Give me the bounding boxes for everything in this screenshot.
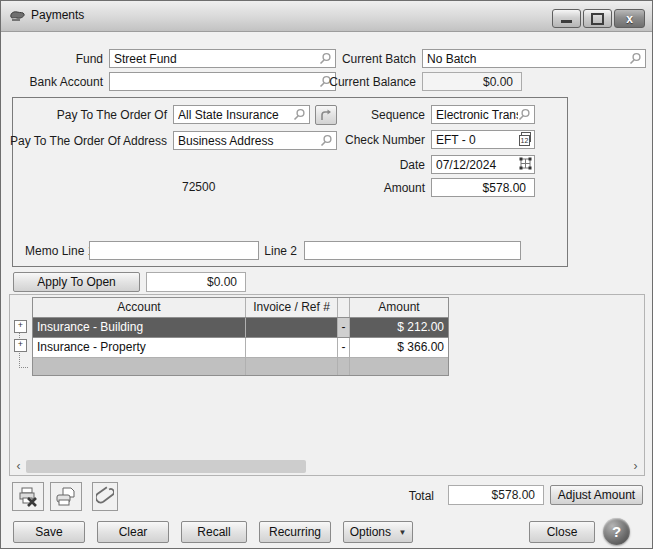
close-icon: x <box>615 10 644 27</box>
grid-header-amount[interactable]: Amount <box>350 298 448 317</box>
cell-invoice[interactable] <box>246 338 338 357</box>
bank-account-field-wrap <box>109 72 336 91</box>
memo-line2-wrap <box>304 241 521 260</box>
memo-line1-label: Memo Line 1 <box>25 244 94 258</box>
title-bar[interactable]: Payments x <box>1 1 652 32</box>
memo-line2-label: Line 2 <box>264 244 297 258</box>
table-row[interactable]: Insurance - Property - $ 366.00 <box>33 338 448 358</box>
help-button[interactable]: ? <box>603 518 630 545</box>
fund-field-wrap <box>109 49 336 68</box>
recurring-button[interactable]: Recurring <box>259 521 331 543</box>
pay-to-label: Pay To The Order Of <box>57 108 167 122</box>
bank-account-input[interactable] <box>109 72 336 91</box>
clear-button[interactable]: Clear <box>97 521 169 543</box>
payments-window-icon <box>9 8 26 24</box>
account-code-text: 72500 <box>182 180 215 194</box>
close-window-button[interactable]: x <box>614 9 645 28</box>
options-button-label: Options <box>350 525 391 539</box>
current-batch-search-icon[interactable] <box>629 52 642 65</box>
minimize-icon <box>553 10 580 27</box>
expand-row-2-button[interactable]: + <box>14 339 27 352</box>
cell-invoice[interactable] <box>246 318 338 337</box>
jump-arrow-icon <box>319 109 333 122</box>
grid-header-spacer <box>338 298 350 317</box>
grid-header-account[interactable]: Account <box>33 298 246 317</box>
date-label: Date <box>400 158 425 172</box>
fund-search-icon[interactable] <box>319 52 332 65</box>
pay-to-address-label: Pay To The Order Of Address <box>10 134 167 148</box>
pay-to-address-input[interactable] <box>173 131 337 150</box>
grid-header-row: Account Invoice / Ref # Amount <box>33 298 448 318</box>
printer-x-icon <box>17 487 39 507</box>
amount-input[interactable] <box>431 178 535 197</box>
date-field-wrap <box>431 155 535 174</box>
current-balance-label: Current Balance <box>329 75 416 89</box>
horizontal-scrollbar[interactable]: ‹ › <box>12 460 642 473</box>
maximize-icon <box>584 10 611 27</box>
memo-line2-input[interactable] <box>304 241 521 260</box>
table-row-empty[interactable] <box>33 358 448 375</box>
paperclip-icon <box>96 486 114 508</box>
current-batch-field-wrap <box>422 49 646 68</box>
cell-dash-button[interactable]: - <box>338 318 350 337</box>
invoice-grid: Account Invoice / Ref # Amount Insurance… <box>32 297 449 376</box>
expand-row-1-button[interactable]: + <box>14 320 27 333</box>
payments-window: Payments x Fund Bank Account Current Bat… <box>0 0 653 549</box>
fund-input[interactable] <box>109 49 336 68</box>
maximize-button[interactable] <box>583 9 612 28</box>
pay-to-address-field-wrap <box>173 131 337 150</box>
pay-to-input[interactable] <box>173 105 310 124</box>
apply-amount-value: $0.00 <box>146 272 246 292</box>
close-button[interactable]: Close <box>529 521 595 543</box>
adjust-amount-button[interactable]: Adjust Amount <box>550 485 643 505</box>
window-title: Payments <box>31 8 84 22</box>
apply-open-invoices-button[interactable]: Apply To Open Invoices <box>13 272 140 292</box>
total-value: $578.00 <box>448 485 544 505</box>
calendar-picker-icon[interactable] <box>519 157 532 170</box>
chevron-down-icon: ▼ <box>398 528 406 537</box>
cell-amount[interactable]: $ 366.00 <box>350 338 448 357</box>
attachments-button[interactable] <box>92 482 118 511</box>
current-balance-value: $0.00 <box>422 72 522 91</box>
sequence-field-wrap <box>431 105 535 124</box>
save-button[interactable]: Save <box>13 521 85 543</box>
pay-to-address-search-icon[interactable] <box>320 134 333 147</box>
current-batch-label: Current Batch <box>342 52 416 66</box>
pay-to-field-wrap <box>173 105 310 124</box>
check-number-field-wrap: 12 <box>431 130 535 149</box>
distribution-panel: + + Account Invoice / Ref # Amount Insur… <box>9 294 645 476</box>
cell-account[interactable]: Insurance - Property <box>33 338 246 357</box>
cell-account[interactable]: Insurance - Building <box>33 318 246 337</box>
amount-label: Amount <box>384 181 425 195</box>
recall-button[interactable]: Recall <box>181 521 247 543</box>
tree-stub <box>19 367 28 368</box>
grid-header-invoice[interactable]: Invoice / Ref # <box>246 298 338 317</box>
fund-label: Fund <box>76 52 103 66</box>
sequence-label: Sequence <box>371 108 425 122</box>
current-batch-input[interactable] <box>422 49 646 68</box>
sequence-search-icon[interactable] <box>518 108 531 121</box>
minimize-button[interactable] <box>552 9 581 28</box>
printer-icon <box>55 487 77 507</box>
void-print-button[interactable] <box>12 482 44 511</box>
total-label: Total <box>409 489 434 503</box>
amount-field-wrap <box>431 178 535 197</box>
scroll-right-icon[interactable]: › <box>629 460 642 473</box>
scrollbar-thumb[interactable] <box>26 460 306 473</box>
scroll-left-icon[interactable]: ‹ <box>12 460 25 473</box>
table-row[interactable]: Insurance - Building - $ 212.00 <box>33 318 448 338</box>
auto-number-icon[interactable]: 12 <box>519 132 532 145</box>
memo-line1-input[interactable] <box>89 241 259 260</box>
check-number-label: Check Number <box>345 133 425 147</box>
memo-line1-wrap <box>89 241 259 260</box>
goto-payee-button[interactable] <box>315 105 337 125</box>
bank-account-label: Bank Account <box>30 75 103 89</box>
options-button[interactable]: Options ▼ <box>343 521 413 543</box>
cell-amount[interactable]: $ 212.00 <box>350 318 448 337</box>
cell-dash-button[interactable]: - <box>338 338 350 357</box>
pay-to-search-icon[interactable] <box>293 108 306 121</box>
print-button[interactable] <box>50 482 82 511</box>
